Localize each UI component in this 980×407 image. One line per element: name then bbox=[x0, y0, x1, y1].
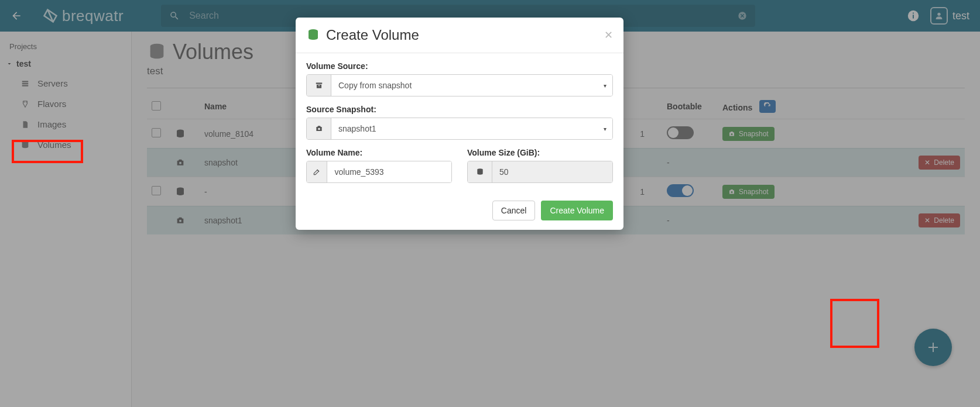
label-source-snapshot: Source Snapshot: bbox=[306, 105, 613, 114]
database-icon bbox=[306, 27, 320, 43]
volume-size-value: 50 bbox=[492, 161, 612, 182]
cancel-button[interactable]: Cancel bbox=[492, 201, 536, 220]
volume-source-select[interactable]: Copy from snapshot ▾ bbox=[306, 74, 613, 96]
volume-name-input[interactable] bbox=[327, 161, 451, 182]
volume-name-group bbox=[306, 161, 452, 183]
svg-rect-17 bbox=[316, 82, 322, 84]
create-volume-modal: Create Volume ✕ Volume Source: Copy from… bbox=[296, 18, 623, 230]
volume-source-value: Copy from snapshot bbox=[331, 75, 612, 96]
label-volume-size: Volume Size (GiB): bbox=[467, 148, 613, 157]
volume-size-group: 50 bbox=[467, 161, 613, 183]
label-volume-source: Volume Source: bbox=[306, 61, 613, 71]
source-snapshot-value: snapshot1 bbox=[331, 118, 612, 139]
database-icon bbox=[468, 161, 492, 182]
archive-icon bbox=[307, 75, 331, 96]
source-snapshot-select[interactable]: snapshot1 ▾ bbox=[306, 118, 613, 140]
label-volume-name: Volume Name: bbox=[306, 148, 452, 157]
svg-rect-18 bbox=[318, 85, 319, 86]
chevron-down-icon: ▾ bbox=[604, 82, 606, 89]
close-icon[interactable]: ✕ bbox=[604, 29, 613, 42]
svg-point-19 bbox=[318, 128, 320, 130]
create-volume-button[interactable]: Create Volume bbox=[541, 201, 613, 220]
modal-title: Create Volume bbox=[326, 27, 419, 43]
chevron-down-icon: ▾ bbox=[604, 126, 606, 132]
camera-icon bbox=[307, 118, 331, 139]
edit-icon bbox=[307, 161, 327, 182]
